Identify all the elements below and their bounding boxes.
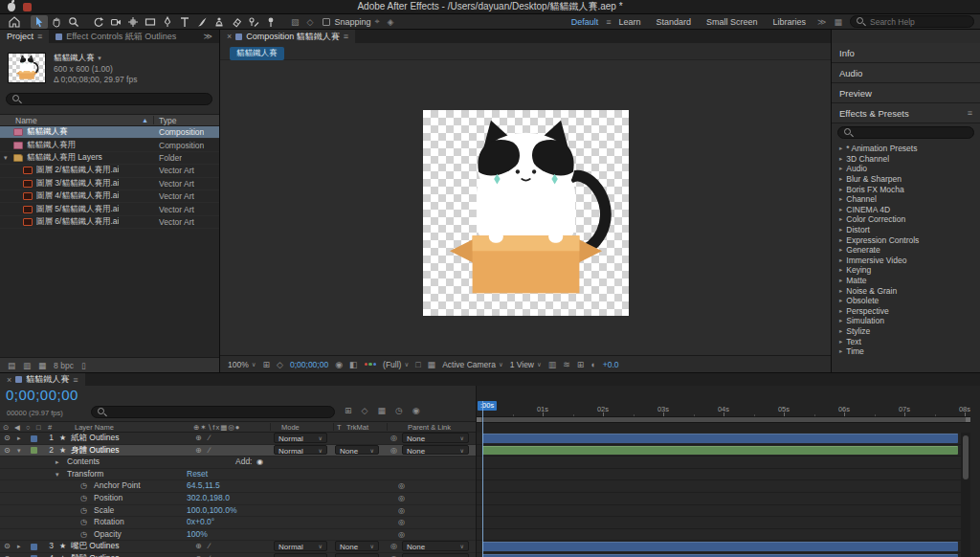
property-group-row[interactable]: ▾TransformReset [0, 469, 476, 481]
mini-flowchart-icon[interactable]: ⊞ [345, 406, 352, 415]
viewer-comp-tab[interactable]: 貓貓鐵人賽 [230, 47, 284, 60]
composition-canvas[interactable] [423, 110, 629, 316]
workspace-tab-default[interactable]: Default [571, 17, 599, 27]
property-label[interactable]: Opacity [94, 529, 122, 541]
eye-icon[interactable]: ⊙ [4, 433, 11, 444]
expand-arrow-icon[interactable]: ▸ [17, 541, 21, 552]
track-row[interactable] [477, 480, 962, 493]
property-label[interactable]: Position [94, 493, 122, 504]
effects-category-row[interactable]: ▸Simulation [832, 316, 980, 326]
layer-row[interactable]: ⊙▸3★嘴巴 Outlines⊕∕NormalNone◎None [0, 541, 476, 553]
snap-option2-icon[interactable]: ◈ [388, 17, 394, 27]
workspace-overflow-icon[interactable]: ≫ [817, 17, 826, 27]
effects-category-row[interactable]: ▸Time [832, 346, 980, 357]
new-folder-icon[interactable]: ▥ [23, 361, 31, 370]
eye-icon[interactable]: ⊙ [4, 553, 11, 557]
tab-project[interactable]: Project≡ [0, 30, 49, 43]
frame-blending-icon[interactable]: ◷ [395, 406, 403, 415]
property-value[interactable]: 100.0,100.0% [187, 505, 236, 517]
effects-category-row[interactable]: ▸* Animation Presets [832, 144, 980, 154]
current-time-display[interactable]: 0;00;00;00 [6, 387, 78, 403]
roto-brush-tool[interactable] [245, 15, 262, 29]
chevron-right-icon[interactable]: ▸ [839, 307, 842, 315]
layer-row[interactable]: ⊙▸1★紙箱 Outlines⊕∕Normal◎None [0, 433, 476, 445]
project-row[interactable]: ▾貓貓鐵人賽用 LayersFolder [0, 152, 219, 165]
time-ruler[interactable]: :00s01s02s03s04s05s06s07s08s [477, 400, 970, 417]
stopwatch-icon[interactable]: ◷ [80, 493, 87, 504]
clone-stamp-tool[interactable] [211, 15, 228, 29]
eye-icon[interactable]: ⊙ [4, 445, 11, 457]
snapping-checkbox[interactable] [323, 18, 330, 26]
chevron-right-icon[interactable]: ▸ [839, 317, 842, 324]
chevron-right-icon[interactable]: ▸ [839, 206, 842, 213]
effects-category-row[interactable]: ▸Noise & Grain [832, 285, 980, 296]
panel-menu-icon[interactable]: ≡ [344, 32, 348, 41]
pickwhip-icon[interactable]: ◎ [398, 529, 405, 541]
resolution-dropdown[interactable]: (Full)∨ [383, 360, 409, 369]
effects-category-row[interactable]: ▸3D Channel [832, 154, 980, 165]
pan-behind-tool[interactable] [124, 15, 142, 29]
bit-depth-label[interactable]: 8 bpc [54, 361, 74, 370]
project-table-header[interactable]: Name ▲ Type [0, 114, 219, 126]
trkmat-dropdown[interactable]: None [335, 445, 379, 456]
rasterize-switch[interactable]: ∕ [209, 541, 210, 552]
property-value[interactable]: 100% [187, 529, 208, 541]
rasterize-switch[interactable]: ∕ [209, 553, 210, 557]
fast-previews-icon[interactable]: ≋ [563, 360, 570, 369]
tab-effect-controls[interactable]: Effect Controls 紙箱 Outlines [49, 30, 183, 43]
project-row[interactable]: 貓貓鐵人賽用Composition [0, 139, 219, 151]
snapshot-icon[interactable]: ◉ [335, 360, 343, 369]
property-value[interactable]: 0x+0.0° [187, 517, 214, 528]
effects-category-row[interactable]: ▸Obsolete [832, 296, 980, 306]
effects-category-row[interactable]: ▸Generate [832, 245, 980, 256]
parent-dropdown[interactable]: None [402, 433, 469, 443]
eraser-tool[interactable] [228, 15, 245, 29]
effects-category-row[interactable]: ▸Color Correction [832, 214, 980, 225]
track-row[interactable] [477, 469, 962, 481]
effects-category-row[interactable]: ▸Perspective [832, 306, 980, 317]
layer-duration-bar[interactable] [482, 542, 958, 551]
camera-dropdown[interactable]: Active Camera∨ [442, 360, 503, 369]
property-label[interactable]: Anchor Point [94, 480, 141, 492]
grid-options-icon[interactable]: ⊞ [263, 360, 271, 369]
region-of-interest-icon[interactable]: □ [415, 360, 420, 369]
pickwhip-icon[interactable]: ◎ [398, 480, 405, 492]
transparency-grid-icon[interactable]: ▦ [428, 360, 436, 369]
collapse-arrow-icon[interactable]: ▾ [17, 445, 21, 457]
effects-category-row[interactable]: ▸Expression Controls [832, 234, 980, 245]
hand-tool[interactable] [48, 15, 65, 29]
chevron-right-icon[interactable]: ▸ [839, 215, 842, 223]
pen-tool[interactable] [159, 15, 176, 29]
project-row[interactable]: 圖層 2/貓貓鐵人賽用.aiVector Art [0, 165, 219, 177]
chevron-right-icon[interactable]: ▸ [839, 195, 842, 203]
blend-mode-dropdown[interactable]: Normal [274, 433, 327, 443]
chevron-right-icon[interactable]: ▸ [839, 256, 842, 264]
project-row[interactable]: 圖層 3/貓貓鐵人賽用.aiVector Art [0, 178, 219, 190]
add-menu-icon[interactable]: ◉ [256, 457, 263, 468]
blend-mode-dropdown[interactable]: Normal [274, 553, 327, 557]
property-row[interactable]: ◷Opacity100%◎ [0, 529, 476, 542]
reset-link[interactable]: Reset [187, 469, 208, 480]
show-channel-icon[interactable] [365, 363, 377, 367]
playhead-time-label[interactable]: :00s [478, 401, 497, 411]
workspace-tab-standard[interactable]: Standard [656, 17, 691, 27]
eye-icon[interactable]: ⊙ [4, 541, 11, 552]
pickwhip-icon[interactable]: ◎ [398, 493, 405, 504]
scrollbar-thumb[interactable] [963, 435, 969, 479]
workspace-grid-icon[interactable]: ▦ [834, 17, 842, 27]
tab-timeline-comp[interactable]: × 貓貓鐵人賽 ≡ [0, 373, 85, 386]
stopwatch-icon[interactable]: ◷ [80, 517, 87, 528]
rasterize-switch[interactable]: ∕ [209, 433, 210, 444]
effects-category-row[interactable]: ▸Boris FX Mocha [832, 184, 980, 194]
parent-dropdown[interactable]: None [402, 553, 469, 557]
tab-overflow-icon[interactable]: ≫ [197, 30, 219, 43]
new-composition-icon[interactable]: ▦ [38, 361, 46, 370]
type-tool[interactable] [176, 15, 193, 29]
track-row[interactable] [477, 529, 962, 542]
timeline-search-input[interactable] [111, 408, 328, 417]
view-layout-dropdown[interactable]: 1 View∨ [510, 360, 542, 369]
chevron-right-icon[interactable]: ▸ [839, 338, 842, 345]
effects-category-row[interactable]: ▸Stylize [832, 326, 980, 337]
workspace-tab-libraries[interactable]: Libraries [773, 17, 807, 27]
folder-expander-icon[interactable]: ▾ [4, 154, 11, 162]
